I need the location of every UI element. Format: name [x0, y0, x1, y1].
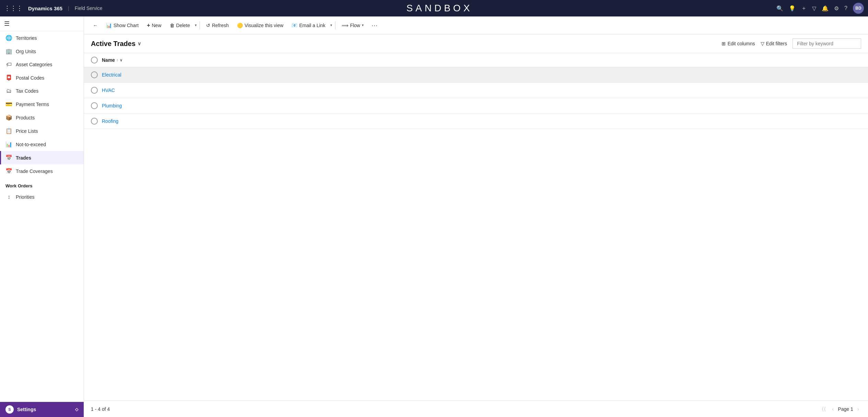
row-link-electrical[interactable]: Electrical [102, 72, 121, 78]
sidebar-label-not-to-exceed: Not-to-exceed [16, 142, 46, 147]
name-column-header[interactable]: Name ↑ ∨ [102, 57, 122, 63]
visualize-button[interactable]: 🟡 Visualize this view [234, 21, 287, 30]
row-checkbox-3[interactable] [91, 118, 98, 125]
first-page-button[interactable]: ⟨⟨ [820, 404, 828, 414]
toolbar-divider-2 [335, 21, 335, 30]
sidebar-header: ☰ [0, 16, 84, 31]
delete-button[interactable]: 🗑 Delete [166, 21, 193, 30]
view-header: Active Trades ∨ ⊞ Edit columns ▽ Edit fi… [84, 34, 868, 53]
sidebar-label-trade-coverages: Trade Coverages [16, 169, 53, 174]
sort-asc-icon: ↑ [116, 58, 118, 62]
sidebar-hamburger-icon[interactable]: ☰ [4, 20, 10, 27]
email-icon: 📧 [292, 23, 297, 28]
table-row[interactable]: Plumbing [84, 98, 868, 114]
sidebar-label-payment-terms: Payment Terms [16, 102, 49, 107]
sidebar-item-postal-codes[interactable]: 📮 Postal Codes [0, 71, 84, 84]
app-name: Dynamics 365 [28, 5, 62, 11]
lightbulb-icon[interactable]: 💡 [789, 5, 796, 12]
products-icon: 📦 [5, 114, 12, 121]
priorities-icon: ↕ [5, 194, 12, 200]
email-link-button[interactable]: 📧 Email a Link [288, 21, 329, 30]
sidebar-label-priorities: Priorities [16, 194, 34, 200]
sidebar-label-org-units: Org Units [16, 49, 36, 54]
table-row[interactable]: HVAC [84, 83, 868, 98]
filter-keyword-input[interactable] [793, 38, 861, 49]
chart-icon: 📊 [106, 23, 112, 28]
sidebar-item-not-to-exceed[interactable]: 📊 Not-to-exceed [0, 138, 84, 151]
refresh-icon: ↺ [206, 23, 210, 28]
edit-columns-button[interactable]: ⊞ Edit columns [722, 41, 755, 46]
header-checkbox[interactable] [91, 57, 98, 63]
bell-icon[interactable]: 🔔 [822, 5, 829, 12]
sidebar-item-payment-terms[interactable]: 💳 Payment Terms [0, 97, 84, 111]
sidebar-label-postal-codes: Postal Codes [16, 75, 44, 81]
sandbox-title: SANDBOX [107, 3, 772, 14]
not-to-exceed-icon: 📊 [5, 141, 12, 148]
settings-avatar: S [5, 405, 14, 414]
flow-icon: ⟹ [342, 23, 348, 28]
visualize-icon: 🟡 [237, 23, 243, 28]
show-chart-button[interactable]: 📊 Show Chart [103, 21, 142, 30]
record-count: 1 - 4 of 4 [91, 406, 110, 412]
table-footer: 1 - 4 of 4 ⟨⟨ ‹ Page 1 › [84, 401, 868, 417]
email-dropdown-arrow[interactable]: ▾ [330, 23, 332, 27]
table-area: Name ↑ ∨ Electrical HVAC Plumbing [84, 53, 868, 401]
row-link-roofing[interactable]: Roofing [102, 118, 118, 124]
sidebar-item-priorities[interactable]: ↕ Priorities [0, 190, 84, 204]
waffle-icon[interactable]: ⋮⋮⋮ [4, 4, 23, 12]
prev-page-button[interactable]: ‹ [830, 405, 836, 414]
sidebar-item-org-units[interactable]: 🏢 Org Units [0, 45, 84, 58]
settings-icon[interactable]: ⚙ [834, 5, 839, 12]
table-row[interactable]: Roofing [84, 114, 868, 129]
row-link-plumbing[interactable]: Plumbing [102, 103, 122, 108]
edit-filters-button[interactable]: ▽ Edit filters [761, 41, 787, 46]
sidebar-item-price-lists[interactable]: 📋 Price Lists [0, 124, 84, 138]
filter-funnel-icon: ▽ [761, 41, 764, 46]
sort-dropdown-icon[interactable]: ∨ [120, 58, 122, 62]
help-icon[interactable]: ? [844, 5, 847, 11]
top-navigation: ⋮⋮⋮ Dynamics 365 | Field Service SANDBOX… [0, 0, 868, 16]
flow-dropdown-arrow: ▾ [362, 23, 364, 27]
sidebar-label-tax-codes: Tax Codes [16, 88, 38, 94]
sidebar-item-asset-categories[interactable]: 🏷 Asset Categories [0, 58, 84, 71]
more-options-button[interactable]: ⋯ [369, 20, 380, 31]
sidebar-item-trade-coverages[interactable]: 📅 Trade Coverages [0, 164, 84, 178]
sidebar-item-trades[interactable]: 📅 Trades [0, 151, 84, 164]
main-layout: ☰ 🌐 Territories 🏢 Org Units 🏷 Asset Cate… [0, 16, 868, 417]
module-name: Field Service [75, 5, 103, 11]
tax-codes-icon: 🗂 [5, 88, 12, 94]
trade-coverages-icon: 📅 [5, 168, 12, 174]
back-button[interactable]: ← [90, 21, 101, 30]
asset-categories-icon: 🏷 [5, 61, 12, 68]
sidebar-item-products[interactable]: 📦 Products [0, 111, 84, 124]
nav-divider: | [68, 5, 69, 11]
settings-chevron-icon: ◇ [75, 407, 78, 412]
table-row[interactable]: Electrical [84, 67, 868, 83]
page-label: Page 1 [838, 406, 853, 412]
row-checkbox-0[interactable] [91, 71, 98, 78]
pagination: ⟨⟨ ‹ Page 1 › [820, 404, 861, 414]
new-button[interactable]: + New [143, 20, 165, 31]
sidebar-item-tax-codes[interactable]: 🗂 Tax Codes [0, 84, 84, 97]
content-area: ← 📊 Show Chart + New 🗑 Delete ▾ ↺ Refres… [84, 16, 868, 417]
nav-icons-group: 🔍 💡 ＋ ▽ 🔔 ⚙ ? BD [776, 3, 864, 14]
table-header: Name ↑ ∨ [84, 53, 868, 67]
delete-dropdown-arrow[interactable]: ▾ [195, 23, 197, 27]
flow-button[interactable]: ⟹ Flow ▾ [338, 21, 368, 30]
filter-icon[interactable]: ▽ [812, 5, 816, 12]
sidebar-label-products: Products [16, 115, 35, 120]
new-icon: + [147, 22, 150, 28]
search-icon[interactable]: 🔍 [776, 5, 783, 12]
next-page-button[interactable]: › [855, 405, 861, 414]
user-avatar[interactable]: BD [853, 3, 864, 14]
row-checkbox-2[interactable] [91, 102, 98, 109]
delete-icon: 🗑 [170, 23, 175, 28]
sidebar-item-territories[interactable]: 🌐 Territories [0, 31, 84, 45]
sidebar-label-asset-categories: Asset Categories [16, 62, 52, 67]
row-checkbox-1[interactable] [91, 87, 98, 94]
refresh-button[interactable]: ↺ Refresh [203, 21, 232, 30]
view-title[interactable]: Active Trades ∨ [91, 40, 141, 48]
add-icon[interactable]: ＋ [801, 5, 807, 12]
settings-item[interactable]: S Settings ◇ [0, 402, 84, 417]
row-link-hvac[interactable]: HVAC [102, 88, 115, 93]
